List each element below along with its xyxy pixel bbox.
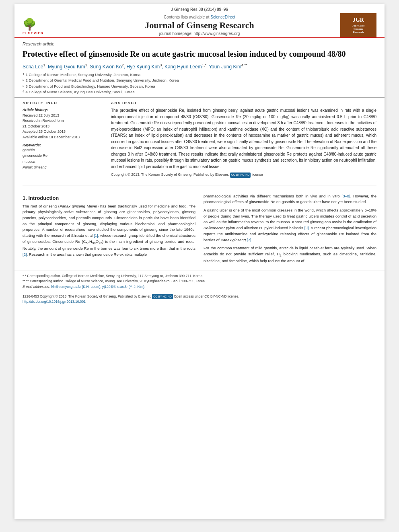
affil-3: 33 Department of Food and Biotechnology,… (23, 84, 376, 89)
history-label: Article history: (23, 107, 103, 113)
accepted-date: Accepted 25 October 2013 (23, 129, 103, 135)
sciencedirect-link[interactable]: ScienceDirect (210, 15, 235, 19)
article-info-column: ARTICLE INFO Article history: Received 2… (23, 101, 103, 178)
keywords-block: Keywords: gastritis ginsenoside Re mucos… (23, 143, 103, 170)
elsevier-logo: 🌳 ELSEVIER (23, 13, 59, 37)
affil-3-text: 3 Department of Food and Biotechnology, … (25, 84, 155, 89)
affil-2-text: 2 Department of Oriental Medical Food an… (25, 78, 179, 83)
affil-1-text: 1 College of Korean Medicine, Semyung Un… (25, 72, 140, 78)
footer-notes: * * Corresponding author. College of Kor… (14, 271, 385, 292)
email-addresses: lkh@semyung.ac.kr (K.H. Leem), yj129@khu… (51, 285, 145, 289)
doi-link[interactable]: http://dx.doi.org/10.1016/j.jgr.2013.10.… (23, 299, 376, 305)
intro-para1: The root of ginseng (Panax ginseng Meyer… (23, 203, 195, 258)
page: J Ginseng Res 38 (2014) 89–96 🌳 ELSEVIER… (14, 4, 385, 519)
journal-homepage: journal homepage: http://www.ginsengres.… (63, 31, 336, 36)
abstract-column: ABSTRACT The protective effect of ginsen… (111, 101, 376, 178)
article-history-block: Article history: Received 22 July 2013 R… (23, 107, 103, 140)
intro-para4: For the common treatment of mild gastrit… (204, 245, 376, 264)
received-date: Received 22 July 2013 (23, 113, 103, 119)
intro-para3: A gastric ulcer is one of the most commo… (204, 207, 376, 243)
revised-date: Received in Revised form21 October 2013 (23, 118, 103, 129)
body-left-col: 1. Introduction The root of ginseng (Pan… (23, 193, 195, 267)
issn-text: 1226-8453 Copyright © 2013, The Korean S… (23, 294, 151, 298)
article-info-label: ARTICLE INFO (23, 101, 103, 105)
body-two-col: 1. Introduction The root of ginseng (Pan… (23, 193, 376, 267)
contents-available: Contents lists available at ScienceDirec… (63, 15, 336, 19)
star-star-note: ** ** Corresponding author. College of N… (23, 279, 376, 284)
affil-1: 11 College of Korean Medicine, Semyung U… (23, 72, 376, 78)
copyright-text: Copyright © 2013, The Korean Society of … (111, 173, 229, 177)
keyword-gastritis: gastritis (23, 147, 103, 153)
star-star-note-text: ** Corresponding author. College of Nurs… (26, 279, 206, 283)
article-title: Protective effect of ginsenoside Re on a… (14, 47, 385, 62)
open-access-text: license (252, 173, 263, 177)
affil-4: 44 College of Nurse Science, Kyung Hee U… (23, 89, 376, 95)
intro-para2: pharmacological activities via different… (204, 193, 376, 205)
footer-issn: 1226-8453 Copyright © 2013, The Korean S… (14, 292, 385, 308)
author-sung-kwon-ko: Sung Kwon Ko (90, 64, 121, 70)
open-access-footer: Open access under CC BY-NC-ND license. (174, 294, 239, 298)
header: J Ginseng Res 38 (2014) 89–96 🌳 ELSEVIER… (14, 4, 385, 38)
author-kang-hyun-leem: Kang Hyun Leem (165, 64, 202, 70)
jgr-logo-text: JGR Journal ofGinsengResearch (351, 15, 366, 35)
header-main: 🌳 ELSEVIER Contents lists available at S… (23, 13, 376, 37)
article-type: Research article (14, 38, 385, 47)
jgr-logo: JGR Journal ofGinsengResearch (340, 13, 376, 37)
email-line: E-mail addresses: lkh@semyung.ac.kr (K.H… (23, 284, 376, 290)
keyword-ginsenoside: ginsenoside Re (23, 153, 103, 158)
journal-title: Journal of Ginseng Research (63, 20, 336, 31)
author-myung-gyou-kim: Myung-Gyou Kim (48, 64, 85, 70)
section-divider (23, 185, 376, 185)
copyright-line: Copyright © 2013, The Korean Society of … (111, 172, 376, 178)
contents-text: Contents lists available at (164, 15, 210, 19)
info-abstract-section: ARTICLE INFO Article history: Received 2… (14, 97, 385, 181)
keyword-mucosa: mucosa (23, 159, 103, 164)
author-youn-jung-kim: Youn-Jung Kim (209, 64, 241, 70)
keyword-panax: Panax ginseng (23, 164, 103, 170)
journal-center: Contents lists available at ScienceDirec… (59, 13, 340, 37)
affil-2: 22 Department of Oriental Medical Food a… (23, 78, 376, 83)
affiliations: 11 College of Korean Medicine, Semyung U… (14, 71, 385, 97)
journal-ref: J Ginseng Res 38 (2014) 89–96 (23, 7, 376, 12)
author-hye-kyung-kim: Hye Kyung Kim (127, 64, 160, 70)
email-label: E-mail addresses: (23, 285, 50, 289)
affil-4-text: 4 College of Nurse Science, Kyung Hee Un… (25, 89, 134, 95)
author-sena-lee: Sena Lee (23, 64, 43, 70)
body-content: 1. Introduction The root of ginseng (Pan… (14, 189, 385, 271)
authors-line: Sena Lee1, Myung-Gyou Kim1, Sung Kwon Ko… (14, 62, 385, 71)
available-date: Available online 18 December 2013 (23, 135, 103, 140)
star-star-symbol: ** (23, 279, 26, 283)
elsevier-tree-icon: 🌳 (23, 19, 59, 30)
abstract-text: The protective effect of ginsenoside Re,… (111, 107, 376, 170)
keywords-label: Keywords: (23, 143, 103, 147)
body-right-col: pharmacological activities via different… (204, 193, 376, 267)
abstract-label: ABSTRACT (111, 101, 376, 105)
star-note-text: * Corresponding author. College of Korea… (25, 274, 204, 278)
star-note: * * Corresponding author. College of Kor… (23, 273, 376, 279)
intro-heading: 1. Introduction (23, 195, 195, 201)
open-access-cc: CC BY-NC-ND (230, 173, 251, 178)
cc-badge-footer: CC BY-NC-ND (152, 294, 173, 299)
issn-line: 1226-8453 Copyright © 2013, The Korean S… (23, 294, 376, 300)
elsevier-label: ELSEVIER (23, 31, 59, 35)
